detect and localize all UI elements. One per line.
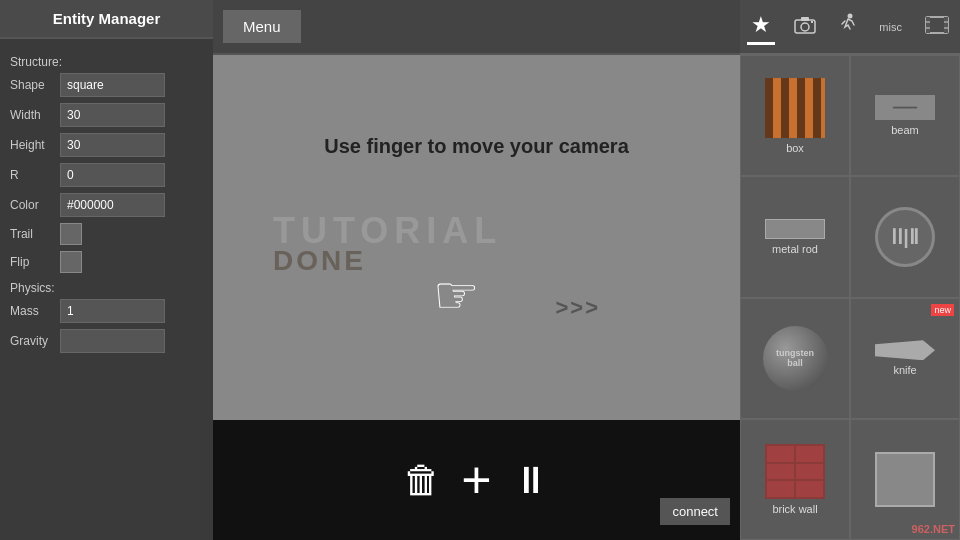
gravity-row: Gravity <box>10 329 203 353</box>
flip-row: Flip <box>10 251 203 273</box>
mass-row: Mass <box>10 299 203 323</box>
svg-rect-6 <box>926 17 930 33</box>
width-label: Width <box>10 108 60 122</box>
svg-rect-7 <box>944 17 948 33</box>
camera-hint: Use finger to move your camera <box>324 135 629 158</box>
mass-input[interactable] <box>60 299 165 323</box>
gravity-input[interactable] <box>60 329 165 353</box>
drum-visual: ⅠⅠ|Ⅱ <box>875 207 935 267</box>
metal-rod-label: metal rod <box>772 243 818 255</box>
item-gray[interactable] <box>850 419 960 540</box>
structure-label: Structure: <box>10 55 203 69</box>
trail-label: Trail <box>10 227 60 241</box>
tutorial-done-text: DONE <box>273 245 366 277</box>
item-drum[interactable]: ⅠⅠ|Ⅱ <box>850 176 960 297</box>
r-label: R <box>10 168 60 182</box>
shape-label: Shape <box>10 78 60 92</box>
mass-label: Mass <box>10 304 60 318</box>
tungsten-inner-label: tungstenball <box>776 348 814 368</box>
tungsten-visual: tungstenball <box>763 326 828 391</box>
arrows-indicator: >>> <box>555 295 600 321</box>
run-icon[interactable] <box>835 9 861 45</box>
trail-checkbox[interactable] <box>60 223 82 245</box>
beam-visual: ━━━━ <box>875 95 935 120</box>
camera-icon[interactable] <box>790 10 820 44</box>
knife-label: knife <box>893 364 916 376</box>
physics-label: Physics: <box>10 281 203 295</box>
gravity-label: Gravity <box>10 334 60 348</box>
watermark: 962.NET <box>912 523 955 535</box>
color-row: Color <box>10 193 203 217</box>
box-stripes <box>765 78 825 138</box>
shape-row: Shape <box>10 73 203 97</box>
cursor-icon: ☞ <box>433 265 480 325</box>
item-box[interactable]: box <box>740 55 850 176</box>
top-bar: Menu <box>213 0 740 55</box>
trash-button[interactable]: 🗑 <box>403 459 441 502</box>
height-input[interactable] <box>60 133 165 157</box>
width-input[interactable] <box>60 103 165 127</box>
left-panel: Entity Manager Structure: Shape Width He… <box>0 0 213 540</box>
add-button[interactable]: + <box>461 450 491 510</box>
right-top-icons: ★ misc <box>740 0 960 55</box>
metal-rod-visual <box>765 219 825 239</box>
svg-point-1 <box>801 23 809 31</box>
item-tungsten-ball[interactable]: tungstenball <box>740 298 850 419</box>
item-beam[interactable]: ━━━━ beam <box>850 55 960 176</box>
knife-visual <box>875 340 935 360</box>
right-panel: ★ misc box ━━━━ beam meta <box>740 0 960 540</box>
color-label: Color <box>10 198 60 212</box>
box-label: box <box>786 142 804 154</box>
right-items-grid: box ━━━━ beam metal rod ⅠⅠ|Ⅱ tungstenbal… <box>740 55 960 540</box>
knife-new-tag: new <box>931 304 954 316</box>
shape-input[interactable] <box>60 73 165 97</box>
flip-label: Flip <box>10 255 60 269</box>
brick-visual <box>765 444 825 499</box>
beam-label: beam <box>891 124 919 136</box>
item-metal-rod[interactable]: metal rod <box>740 176 850 297</box>
canvas-area[interactable]: Use finger to move your camera TUTORIAL … <box>213 55 740 420</box>
flip-checkbox[interactable] <box>60 251 82 273</box>
entity-manager-title: Entity Manager <box>0 0 213 39</box>
svg-rect-2 <box>801 17 809 21</box>
bottom-toolbar: 🗑 + ⏸ connect <box>213 420 740 540</box>
svg-point-4 <box>847 13 852 18</box>
svg-rect-3 <box>811 21 813 23</box>
box-visual <box>765 78 825 138</box>
color-input[interactable] <box>60 193 165 217</box>
connect-button[interactable]: connect <box>660 498 730 525</box>
r-input[interactable] <box>60 163 165 187</box>
item-knife[interactable]: knife new <box>850 298 960 419</box>
misc-icon[interactable]: misc <box>875 17 906 37</box>
star-icon[interactable]: ★ <box>747 8 775 45</box>
brick-wall-label: brick wall <box>772 503 817 515</box>
trail-row: Trail <box>10 223 203 245</box>
left-panel-content: Structure: Shape Width Height R Color Tr… <box>0 39 213 540</box>
height-row: Height <box>10 133 203 157</box>
pause-button[interactable]: ⏸ <box>512 459 550 502</box>
gray-box-visual <box>875 452 935 507</box>
film-icon[interactable] <box>921 10 953 44</box>
menu-button[interactable]: Menu <box>223 10 301 43</box>
r-row: R <box>10 163 203 187</box>
main-area: Menu Use finger to move your camera TUTO… <box>213 0 740 540</box>
height-label: Height <box>10 138 60 152</box>
width-row: Width <box>10 103 203 127</box>
item-brick-wall[interactable]: brick wall <box>740 419 850 540</box>
